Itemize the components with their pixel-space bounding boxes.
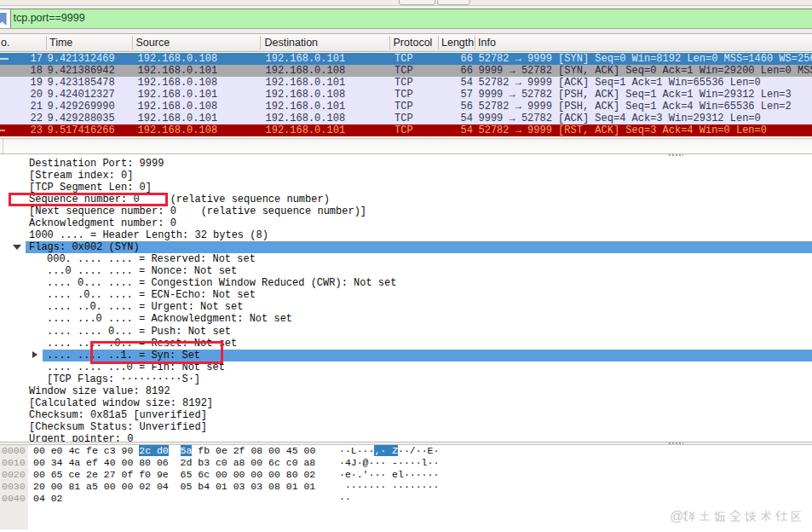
svg-text:@: @ [670, 509, 683, 523]
